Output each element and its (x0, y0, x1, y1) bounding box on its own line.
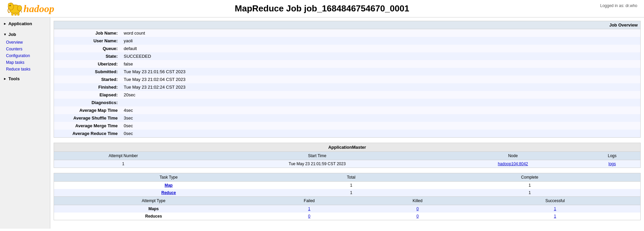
job-overview-row: Average Merge Time0sec (54, 122, 640, 130)
job-overview-row: Queue:default (54, 45, 640, 52)
attempt-killed-link[interactable]: 0 (416, 214, 419, 219)
hadoop-elephant-icon (7, 0, 23, 17)
task-type: Reduce (54, 189, 283, 196)
job-label: Job (8, 32, 16, 37)
attempt-killed: 0 (365, 205, 470, 213)
job-overview-label: Started: (54, 76, 121, 83)
main-content: Job Overview Job Name:word countUser Nam… (50, 17, 644, 229)
col-logs: Logs (584, 152, 640, 160)
job-overview-value: false (121, 60, 640, 68)
job-overview-label: Uberized: (54, 60, 121, 68)
logo-text: hadoop (23, 3, 54, 14)
application-master-title: ApplicationMaster (54, 143, 640, 152)
arrow-down-icon: ▼ (3, 33, 7, 36)
attempt-type-table: Attempt Type Failed Killed Successful Ma… (54, 196, 640, 220)
svg-rect-5 (14, 12, 16, 15)
sidebar-item-overview[interactable]: Overview (0, 39, 50, 46)
am-node: hadoop104:8042 (442, 160, 584, 168)
job-overview-row: Job Name:word count (54, 29, 640, 37)
am-logs: logs (584, 160, 640, 168)
job-overview-label: Average Map Time (54, 106, 121, 114)
sidebar: ► Application ▼ Job Overview Counters Co… (0, 17, 50, 229)
map-tasks-link[interactable]: Map tasks (6, 60, 24, 65)
attempt-failed: 1 (253, 205, 365, 213)
page-title: MapReduce Job job_1684846754670_0001 (235, 3, 409, 14)
application-master-panel: ApplicationMaster Attempt Number Start T… (54, 143, 641, 168)
job-overview-value: 0sec (121, 130, 640, 137)
job-overview-row: Diagnostics: (54, 99, 640, 106)
col-complete: Complete (419, 173, 640, 182)
job-overview-row: Average Map Time4sec (54, 106, 640, 114)
job-overview-row: User Name:yaoli (54, 37, 640, 45)
col-total: Total (283, 173, 419, 182)
job-overview-value: 0sec (121, 122, 640, 130)
job-overview-label: Queue: (54, 45, 121, 52)
attempt-killed-link[interactable]: 0 (416, 206, 419, 211)
job-overview-row: Finished:Tue May 23 21:02:24 CST 2023 (54, 83, 640, 91)
sidebar-job-header[interactable]: ▼ Job (0, 30, 50, 39)
attempt-killed: 0 (365, 213, 470, 220)
reduce-tasks-link[interactable]: Reduce tasks (6, 67, 31, 72)
attempt-successful: 1 (470, 213, 640, 220)
job-overview-value: Tue May 23 21:02:04 CST 2023 (121, 76, 640, 83)
sidebar-item-counters[interactable]: Counters (0, 46, 50, 52)
col-start-time: Start Time (192, 152, 442, 160)
sidebar-item-map-tasks[interactable]: Map tasks (0, 59, 50, 66)
task-complete: 1 (419, 182, 640, 189)
job-overview-row: Average Reduce Time0sec (54, 130, 640, 137)
col-successful: Successful (470, 197, 640, 205)
task-total: 1 (283, 189, 419, 196)
attempt-row: Maps101 (54, 205, 640, 213)
job-overview-panel-header: Job Overview (54, 21, 640, 29)
svg-point-7 (17, 5, 22, 11)
job-overview-value: yaoli (121, 37, 640, 45)
overview-link[interactable]: Overview (6, 40, 23, 45)
job-overview-value: Tue May 23 21:02:24 CST 2023 (121, 83, 640, 91)
task-row: Map11 (54, 182, 640, 189)
col-attempt-number: Attempt Number (54, 152, 192, 160)
job-overview-value: 4sec (121, 106, 640, 114)
attempt-successful-link[interactable]: 1 (554, 214, 556, 219)
job-overview-row: State:SUCCEEDED (54, 52, 640, 60)
am-logs-link[interactable]: logs (608, 161, 616, 166)
job-overview-label: Submitted: (54, 68, 121, 76)
job-overview-label: Average Reduce Time (54, 130, 121, 137)
logo: hadoop (7, 0, 54, 17)
job-overview-label: Diagnostics: (54, 99, 121, 106)
counters-link[interactable]: Counters (6, 47, 22, 51)
sidebar-item-reduce-tasks[interactable]: Reduce tasks (0, 66, 50, 73)
task-type-link[interactable]: Map (165, 183, 173, 188)
am-start-time: Tue May 23 21:01:59 CST 2023 (192, 160, 442, 168)
task-complete: 1 (419, 189, 640, 196)
attempt-row: Reduces001 (54, 213, 640, 220)
am-node-link[interactable]: hadoop104:8042 (498, 161, 528, 166)
attempt-failed-link[interactable]: 1 (308, 206, 310, 211)
job-overview-row: Elapsed:20sec (54, 91, 640, 99)
svg-rect-6 (17, 12, 19, 15)
task-summary-panel: Task Type Total Complete Map11Reduce11 A… (54, 173, 641, 220)
configuration-link[interactable]: Configuration (6, 53, 30, 58)
svg-rect-4 (11, 12, 13, 15)
job-overview-value (121, 99, 640, 106)
job-overview-table: Job Name:word countUser Name:yaoliQueue:… (54, 29, 640, 137)
attempt-type: Maps (54, 205, 253, 213)
task-type-link[interactable]: Reduce (161, 190, 176, 195)
sidebar-application-header[interactable]: ► Application (0, 19, 50, 28)
job-overview-label: Finished: (54, 83, 121, 91)
arrow-right-icon: ► (3, 22, 7, 26)
attempt-type: Reduces (54, 213, 253, 220)
job-overview-label: Elapsed: (54, 91, 121, 99)
header: hadoop MapReduce Job job_1684846754670_0… (0, 0, 644, 17)
footer: CSDN @京月年 (0, 229, 644, 231)
svg-point-3 (9, 5, 10, 6)
am-row: 1Tue May 23 21:01:59 CST 2023hadoop104:8… (54, 160, 640, 168)
sidebar-item-configuration[interactable]: Configuration (0, 52, 50, 59)
job-overview-value: default (121, 45, 640, 52)
attempt-failed-link[interactable]: 0 (308, 214, 310, 219)
attempt-successful: 1 (470, 205, 640, 213)
job-overview-label: State: (54, 52, 121, 60)
attempt-successful-link[interactable]: 1 (554, 206, 556, 211)
sidebar-tools-header[interactable]: ► Tools (0, 74, 50, 83)
job-overview-value: 3sec (121, 114, 640, 122)
sidebar-section-application: ► Application (0, 19, 50, 28)
